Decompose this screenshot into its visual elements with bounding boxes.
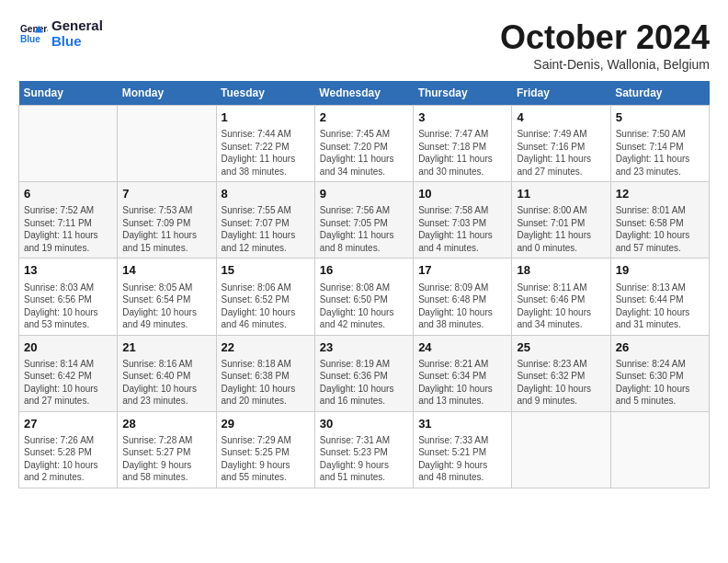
calendar-cell: 12Sunrise: 8:01 AMSunset: 6:58 PMDayligh… bbox=[610, 182, 709, 259]
day-info: Sunrise: 7:26 AMSunset: 5:28 PMDaylight:… bbox=[24, 434, 112, 484]
calendar-cell: 21Sunrise: 8:16 AMSunset: 6:40 PMDayligh… bbox=[118, 335, 216, 411]
day-info: Sunrise: 7:29 AMSunset: 5:25 PMDaylight:… bbox=[222, 434, 310, 484]
svg-text:General: General bbox=[20, 24, 48, 34]
calendar-cell: 13Sunrise: 8:03 AMSunset: 6:56 PMDayligh… bbox=[19, 259, 118, 335]
day-info: Sunrise: 8:13 AMSunset: 6:44 PMDaylight:… bbox=[616, 282, 704, 331]
day-info: Sunrise: 8:14 AMSunset: 6:42 PMDaylight:… bbox=[24, 358, 112, 408]
day-info: Sunrise: 8:01 AMSunset: 6:58 PMDaylight:… bbox=[616, 204, 704, 254]
calendar-cell: 27Sunrise: 7:26 AMSunset: 5:28 PMDayligh… bbox=[19, 411, 118, 488]
calendar-cell: 22Sunrise: 8:18 AMSunset: 6:38 PMDayligh… bbox=[216, 335, 314, 411]
day-number: 17 bbox=[418, 262, 506, 279]
day-info: Sunrise: 7:52 AMSunset: 7:11 PMDaylight:… bbox=[24, 204, 112, 254]
calendar-cell: 15Sunrise: 8:06 AMSunset: 6:52 PMDayligh… bbox=[216, 259, 314, 335]
calendar-cell: 19Sunrise: 8:13 AMSunset: 6:44 PMDayligh… bbox=[610, 259, 709, 335]
day-info: Sunrise: 7:58 AMSunset: 7:03 PMDaylight:… bbox=[418, 204, 506, 254]
day-info: Sunrise: 8:06 AMSunset: 6:52 PMDaylight:… bbox=[222, 282, 310, 331]
day-number: 25 bbox=[517, 339, 605, 356]
day-number: 16 bbox=[320, 262, 408, 279]
day-number: 12 bbox=[616, 186, 704, 202]
calendar-cell: 8Sunrise: 7:55 AMSunset: 7:07 PMDaylight… bbox=[216, 182, 314, 259]
logo-icon: General Blue bbox=[18, 21, 48, 47]
calendar-cell: 28Sunrise: 7:28 AMSunset: 5:27 PMDayligh… bbox=[118, 411, 216, 488]
day-number: 29 bbox=[222, 416, 310, 432]
day-header-sunday: Sunday bbox=[19, 81, 118, 106]
day-info: Sunrise: 7:47 AMSunset: 7:18 PMDaylight:… bbox=[418, 128, 506, 178]
calendar-cell: 31Sunrise: 7:33 AMSunset: 5:21 PMDayligh… bbox=[414, 411, 512, 488]
calendar-cell: 11Sunrise: 8:00 AMSunset: 7:01 PMDayligh… bbox=[512, 182, 610, 259]
day-info: Sunrise: 8:03 AMSunset: 6:56 PMDaylight:… bbox=[24, 282, 112, 331]
day-info: Sunrise: 7:31 AMSunset: 5:23 PMDaylight:… bbox=[320, 434, 408, 484]
day-number: 1 bbox=[222, 109, 310, 126]
calendar-cell: 30Sunrise: 7:31 AMSunset: 5:23 PMDayligh… bbox=[314, 411, 413, 488]
day-header-tuesday: Tuesday bbox=[216, 81, 314, 106]
logo-line1: General bbox=[51, 18, 103, 34]
day-number: 3 bbox=[418, 109, 506, 126]
day-number: 13 bbox=[24, 262, 112, 279]
day-number: 20 bbox=[24, 339, 112, 356]
calendar-cell: 25Sunrise: 8:23 AMSunset: 6:32 PMDayligh… bbox=[512, 335, 610, 411]
calendar-table: SundayMondayTuesdayWednesdayThursdayFrid… bbox=[18, 81, 710, 488]
day-header-wednesday: Wednesday bbox=[314, 81, 413, 106]
day-info: Sunrise: 7:44 AMSunset: 7:22 PMDaylight:… bbox=[222, 128, 310, 178]
month-title: October 2024 bbox=[500, 18, 710, 57]
day-info: Sunrise: 7:53 AMSunset: 7:09 PMDaylight:… bbox=[122, 204, 210, 254]
calendar-week-1: 1Sunrise: 7:44 AMSunset: 7:22 PMDaylight… bbox=[19, 106, 710, 182]
day-number: 10 bbox=[418, 186, 506, 202]
calendar-cell: 14Sunrise: 8:05 AMSunset: 6:54 PMDayligh… bbox=[118, 259, 216, 335]
location: Saint-Denis, Wallonia, Belgium bbox=[500, 57, 710, 72]
day-number: 11 bbox=[517, 186, 605, 202]
day-header-monday: Monday bbox=[118, 81, 216, 106]
logo: General Blue General Blue bbox=[18, 18, 103, 49]
day-info: Sunrise: 7:56 AMSunset: 7:05 PMDaylight:… bbox=[320, 204, 408, 254]
day-number: 26 bbox=[616, 339, 704, 356]
day-number: 28 bbox=[122, 416, 210, 432]
day-number: 22 bbox=[222, 339, 310, 356]
day-number: 15 bbox=[222, 262, 310, 279]
day-number: 18 bbox=[517, 262, 605, 279]
calendar-cell: 3Sunrise: 7:47 AMSunset: 7:18 PMDaylight… bbox=[414, 106, 512, 182]
logo-line2: Blue bbox=[51, 34, 103, 50]
calendar-cell: 29Sunrise: 7:29 AMSunset: 5:25 PMDayligh… bbox=[216, 411, 314, 488]
calendar-cell: 1Sunrise: 7:44 AMSunset: 7:22 PMDaylight… bbox=[216, 106, 314, 182]
day-number: 5 bbox=[616, 109, 704, 126]
day-number: 14 bbox=[122, 262, 210, 279]
day-number: 19 bbox=[616, 262, 704, 279]
calendar-cell: 26Sunrise: 8:24 AMSunset: 6:30 PMDayligh… bbox=[610, 335, 709, 411]
calendar-week-3: 13Sunrise: 8:03 AMSunset: 6:56 PMDayligh… bbox=[19, 259, 710, 335]
day-info: Sunrise: 8:24 AMSunset: 6:30 PMDaylight:… bbox=[616, 358, 704, 408]
day-number: 4 bbox=[517, 109, 605, 126]
calendar-cell: 9Sunrise: 7:56 AMSunset: 7:05 PMDaylight… bbox=[314, 182, 413, 259]
calendar-cell: 16Sunrise: 8:08 AMSunset: 6:50 PMDayligh… bbox=[314, 259, 413, 335]
day-header-friday: Friday bbox=[512, 81, 610, 106]
day-number: 6 bbox=[24, 186, 112, 202]
day-info: Sunrise: 8:18 AMSunset: 6:38 PMDaylight:… bbox=[222, 358, 310, 408]
day-number: 27 bbox=[24, 416, 112, 432]
day-info: Sunrise: 8:09 AMSunset: 6:48 PMDaylight:… bbox=[418, 282, 506, 331]
day-info: Sunrise: 8:16 AMSunset: 6:40 PMDaylight:… bbox=[122, 358, 210, 408]
calendar-cell bbox=[19, 106, 118, 182]
calendar-cell: 20Sunrise: 8:14 AMSunset: 6:42 PMDayligh… bbox=[19, 335, 118, 411]
day-number: 23 bbox=[320, 339, 408, 356]
calendar-cell: 2Sunrise: 7:45 AMSunset: 7:20 PMDaylight… bbox=[314, 106, 413, 182]
calendar-week-4: 20Sunrise: 8:14 AMSunset: 6:42 PMDayligh… bbox=[19, 335, 710, 411]
calendar-cell: 10Sunrise: 7:58 AMSunset: 7:03 PMDayligh… bbox=[414, 182, 512, 259]
calendar-cell: 18Sunrise: 8:11 AMSunset: 6:46 PMDayligh… bbox=[512, 259, 610, 335]
calendar-week-2: 6Sunrise: 7:52 AMSunset: 7:11 PMDaylight… bbox=[19, 182, 710, 259]
day-info: Sunrise: 8:19 AMSunset: 6:36 PMDaylight:… bbox=[320, 358, 408, 408]
day-number: 21 bbox=[122, 339, 210, 356]
page-header: General Blue General Blue October 2024 S… bbox=[18, 18, 710, 72]
day-info: Sunrise: 7:45 AMSunset: 7:20 PMDaylight:… bbox=[320, 128, 408, 178]
days-header-row: SundayMondayTuesdayWednesdayThursdayFrid… bbox=[19, 81, 710, 106]
day-info: Sunrise: 8:05 AMSunset: 6:54 PMDaylight:… bbox=[122, 282, 210, 331]
calendar-cell: 4Sunrise: 7:49 AMSunset: 7:16 PMDaylight… bbox=[512, 106, 610, 182]
day-info: Sunrise: 8:21 AMSunset: 6:34 PMDaylight:… bbox=[418, 358, 506, 408]
day-header-saturday: Saturday bbox=[610, 81, 709, 106]
day-number: 2 bbox=[320, 109, 408, 126]
calendar-cell: 23Sunrise: 8:19 AMSunset: 6:36 PMDayligh… bbox=[314, 335, 413, 411]
day-info: Sunrise: 8:00 AMSunset: 7:01 PMDaylight:… bbox=[517, 204, 605, 254]
day-info: Sunrise: 7:33 AMSunset: 5:21 PMDaylight:… bbox=[418, 434, 506, 484]
day-info: Sunrise: 7:49 AMSunset: 7:16 PMDaylight:… bbox=[517, 128, 605, 178]
day-number: 8 bbox=[222, 186, 310, 202]
calendar-cell: 5Sunrise: 7:50 AMSunset: 7:14 PMDaylight… bbox=[610, 106, 709, 182]
day-number: 7 bbox=[122, 186, 210, 202]
